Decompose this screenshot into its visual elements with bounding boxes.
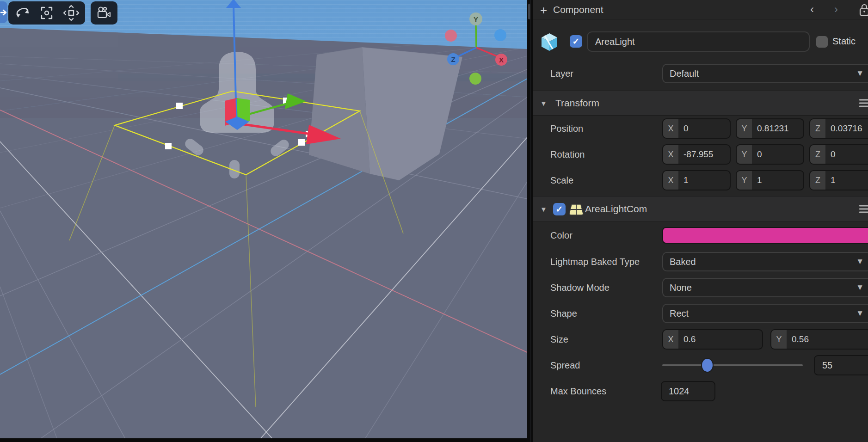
position-y-field[interactable]: Y 0.81231 xyxy=(736,118,804,139)
max-bounces-field[interactable]: 1024 xyxy=(661,381,715,401)
inspector-panel: + Component ‹ › ✓ Static Layer xyxy=(533,0,868,442)
collapse-caret-icon[interactable]: ▼ xyxy=(540,99,547,107)
lock-icon[interactable] xyxy=(859,4,868,18)
max-bounces-row: Max Bounces 1024 xyxy=(533,378,868,404)
shape-row: Shape Rect ▼ xyxy=(533,301,868,326)
spread-slider-track[interactable] xyxy=(662,364,803,366)
rect-transform-tool-button[interactable] xyxy=(61,3,81,23)
static-checkbox[interactable] xyxy=(816,36,828,48)
nav-z-label: Z xyxy=(451,55,455,63)
lightmap-baked-type-dropdown[interactable]: Baked ▼ xyxy=(662,252,868,271)
chevron-down-icon: ▼ xyxy=(856,69,864,78)
orbit-tool-button[interactable] xyxy=(12,3,33,23)
layer-label: Layer xyxy=(550,68,573,79)
scene-viewport[interactable]: Y Z X xyxy=(0,0,527,442)
rotation-label: Rotation xyxy=(550,149,585,160)
spread-row: Spread 55 xyxy=(533,352,868,378)
layer-dropdown[interactable]: Default ▼ xyxy=(662,64,868,83)
scale-z-field[interactable]: Z 1 xyxy=(809,170,868,190)
rotation-y-field[interactable]: Y 0 xyxy=(736,144,804,165)
component-enabled-checkbox[interactable]: ✓ xyxy=(553,203,566,215)
static-label: Static xyxy=(832,36,856,47)
game-object-row: ✓ Static xyxy=(533,25,868,58)
component-title: AreaLightCom xyxy=(585,203,647,215)
shadow-mode-dropdown[interactable]: None ▼ xyxy=(662,278,868,297)
scrollbar-thumb[interactable] xyxy=(528,4,530,19)
spread-value-field[interactable]: 55 xyxy=(814,355,868,375)
color-swatch[interactable] xyxy=(662,227,868,244)
chevron-down-icon: ▼ xyxy=(856,309,864,318)
zoom-extents-tool-button[interactable] xyxy=(37,3,57,23)
position-x-field[interactable]: X 0 xyxy=(662,118,731,139)
move-arrow-icon xyxy=(0,8,7,17)
camera-icon xyxy=(96,6,112,20)
section-menu-icon[interactable] xyxy=(859,203,868,215)
shadow-mode-label: Shadow Mode xyxy=(550,282,609,293)
move-tool-button[interactable] xyxy=(0,1,7,23)
chevron-down-icon: ▼ xyxy=(856,283,864,292)
rect-transform-icon xyxy=(63,5,80,21)
object-enabled-checkbox[interactable]: ✓ xyxy=(570,35,582,48)
layer-row: Layer Default ▼ xyxy=(533,58,868,89)
shadow-mode-row: Shadow Mode None ▼ xyxy=(533,275,868,301)
collapse-caret-icon[interactable]: ▼ xyxy=(540,205,547,213)
nav-y-label: Y xyxy=(474,15,478,23)
transform-tool-group xyxy=(8,1,85,25)
scale-label: Scale xyxy=(550,175,573,186)
nav-neg-y-ball xyxy=(469,73,481,85)
add-component-icon[interactable]: + xyxy=(540,3,547,18)
section-menu-icon[interactable] xyxy=(859,98,868,109)
position-row: Position X 0 Y 0.81231 Z 0.03716 xyxy=(533,116,868,141)
arealightcom-section-header[interactable]: ▼ ✓ AreaLightCom xyxy=(533,196,868,222)
size-y-field[interactable]: Y 0.56 xyxy=(770,329,868,350)
scale-row: Scale X 1 Y 1 Z 1 xyxy=(533,167,868,193)
spread-slider-handle[interactable] xyxy=(701,358,714,373)
lightmap-baked-type-row: Lightmap Baked Type Baked ▼ xyxy=(533,249,868,275)
panel-splitter[interactable] xyxy=(527,0,533,442)
cube-object-icon xyxy=(540,32,559,54)
inspector-header: + Component ‹ › xyxy=(533,0,868,19)
lightmap-label: Lightmap Baked Type xyxy=(550,257,640,267)
area-light-component-icon xyxy=(569,203,584,217)
camera-tool-group xyxy=(91,1,117,25)
transform-section-header[interactable]: ▼ Transform xyxy=(533,91,868,116)
position-z-field[interactable]: Z 0.03716 xyxy=(809,118,868,139)
transform-title: Transform xyxy=(555,98,599,109)
scale-y-field[interactable]: Y 1 xyxy=(736,170,804,190)
position-label: Position xyxy=(550,123,583,134)
orbit-icon xyxy=(15,5,31,21)
shape-label: Shape xyxy=(550,308,577,319)
zoom-extents-icon xyxy=(39,5,55,21)
rotation-x-field[interactable]: X -87.955 xyxy=(662,144,731,165)
history-back-button[interactable]: ‹ xyxy=(810,3,814,16)
history-forward-button[interactable]: › xyxy=(834,3,838,16)
nav-neg-x-ball xyxy=(445,30,457,42)
rotation-z-field[interactable]: Z 0 xyxy=(809,144,868,165)
add-component-button[interactable]: Component xyxy=(553,4,603,15)
nav-neg-z-ball xyxy=(494,29,506,41)
size-row: Size X 0.6 Y 0.56 xyxy=(533,326,868,352)
chevron-down-icon: ▼ xyxy=(856,257,864,266)
viewport-bottom-bar xyxy=(0,438,527,442)
spread-label: Spread xyxy=(550,360,580,371)
size-x-field[interactable]: X 0.6 xyxy=(662,329,763,350)
color-label: Color xyxy=(550,230,573,241)
camera-tool-button[interactable] xyxy=(94,3,114,23)
rotation-row: Rotation X -87.955 Y 0 Z 0 xyxy=(533,141,868,167)
max-bounces-label: Max Bounces xyxy=(550,386,606,397)
nav-x-label: X xyxy=(499,56,504,64)
color-row: Color xyxy=(533,222,868,249)
object-name-input[interactable] xyxy=(587,31,810,52)
size-label: Size xyxy=(550,334,568,345)
scale-x-field[interactable]: X 1 xyxy=(662,170,731,190)
shape-dropdown[interactable]: Rect ▼ xyxy=(662,304,868,323)
scene-canvas[interactable]: Y Z X xyxy=(0,0,527,442)
